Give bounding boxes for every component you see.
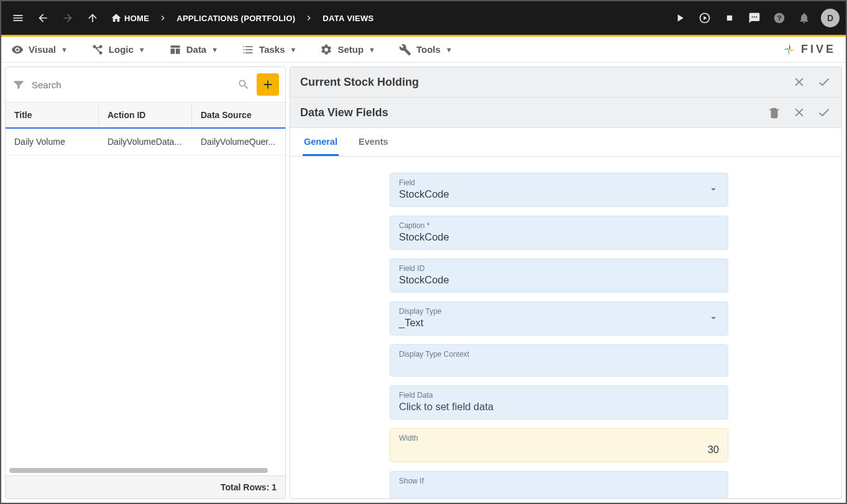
stop-icon[interactable] <box>719 7 740 29</box>
table-footer: Total Rows: 1 <box>6 475 285 498</box>
menu-visual[interactable]: Visual▼ <box>11 44 68 56</box>
tabs: General Events <box>290 128 841 157</box>
breadcrumb-dataviews[interactable]: DATA VIEWS <box>319 14 377 23</box>
field-fielddata[interactable]: Field Data Click to set field data <box>390 385 728 419</box>
menu-bar: Visual▼ Logic▼ Data▼ Tasks▼ Setup▼ Tools… <box>1 37 846 63</box>
svg-rect-1 <box>727 16 732 21</box>
help-icon[interactable]: ? <box>769 7 790 29</box>
menu-tasks[interactable]: Tasks▼ <box>242 44 296 56</box>
search-input[interactable] <box>32 80 231 90</box>
label-displaytype: Display Type <box>399 307 719 316</box>
cell-action-id: DailyVolumeData... <box>99 129 192 155</box>
field-caption[interactable]: Caption * StockCode <box>390 216 728 250</box>
table-row[interactable]: Daily Volume DailyVolumeData... DailyVol… <box>6 129 285 155</box>
value-fieldid: StockCode <box>399 274 719 286</box>
tab-events[interactable]: Events <box>357 128 390 156</box>
label-showif: Show If <box>399 477 719 485</box>
table-body: Daily Volume DailyVolumeData... DailyVol… <box>6 129 285 464</box>
horizontal-scrollbar[interactable] <box>9 467 282 475</box>
chevron-down-icon[interactable] <box>708 183 719 196</box>
svg-text:?: ? <box>777 14 781 22</box>
check-icon[interactable] <box>817 75 831 89</box>
up-icon[interactable] <box>82 7 103 29</box>
value-width: 30 <box>399 444 719 456</box>
left-panel: Title Action ID Data Source Daily Volume… <box>5 66 286 499</box>
tab-general[interactable]: General <box>303 128 339 156</box>
column-title[interactable]: Title <box>6 103 99 127</box>
sub-panel-header: Data View Fields <box>290 98 841 128</box>
chevron-right-icon <box>303 13 315 23</box>
right-panel: Current Stock Holding Data View Fields <box>290 66 842 499</box>
label-displaytype-context: Display Type Context <box>399 350 719 359</box>
value-caption: StockCode <box>399 231 719 243</box>
label-width: Width <box>399 434 719 442</box>
brand-logo: FIVE <box>781 42 836 58</box>
hamburger-icon[interactable] <box>7 7 29 29</box>
label-field: Field <box>399 178 719 187</box>
forward-icon <box>57 7 78 29</box>
delete-icon[interactable] <box>767 105 782 120</box>
column-data-source[interactable]: Data Source <box>192 103 285 127</box>
add-button[interactable] <box>257 73 279 96</box>
column-action-id[interactable]: Action ID <box>99 103 192 127</box>
cell-title: Daily Volume <box>6 129 99 155</box>
avatar[interactable]: D <box>821 9 840 27</box>
label-caption: Caption * <box>399 221 719 230</box>
value-field: StockCode <box>399 188 719 200</box>
field-showif[interactable]: Show If <box>390 471 728 498</box>
breadcrumb-home[interactable]: HOME <box>107 12 153 24</box>
menu-setup[interactable]: Setup▼ <box>320 44 375 56</box>
table-header: Title Action ID Data Source <box>6 103 285 129</box>
back-icon[interactable] <box>32 7 53 29</box>
filter-icon[interactable] <box>12 78 25 91</box>
menu-logic[interactable]: Logic▼ <box>91 44 145 56</box>
close-icon[interactable] <box>792 105 807 120</box>
field-fieldid[interactable]: Field ID StockCode <box>390 259 728 293</box>
close-icon[interactable] <box>792 75 807 89</box>
panel-header: Current Stock Holding <box>290 67 841 98</box>
value-displaytype: _Text <box>399 317 719 329</box>
value-fielddata: Click to set field data <box>399 401 719 413</box>
field-displaytype[interactable]: Display Type _Text <box>390 301 728 336</box>
chat-icon[interactable] <box>744 7 765 29</box>
sub-title: Data View Fields <box>300 106 388 119</box>
field-width[interactable]: Width 30 <box>390 428 728 462</box>
field-field[interactable]: Field StockCode <box>390 173 728 207</box>
menu-tools[interactable]: Tools▼ <box>399 44 452 56</box>
main-area: Title Action ID Data Source Daily Volume… <box>1 63 846 503</box>
label-fieldid: Field ID <box>399 264 719 273</box>
run-icon[interactable] <box>669 7 690 29</box>
form-area: Field StockCode Caption * StockCode Fiel… <box>290 157 841 498</box>
cell-data-source: DailyVolumeQuer... <box>192 129 285 155</box>
search-icon[interactable] <box>237 78 250 91</box>
menu-data[interactable]: Data▼ <box>169 44 218 56</box>
top-bar: HOME APPLICATIONS (PORTFOLIO) DATA VIEWS… <box>1 1 846 35</box>
chevron-right-icon <box>157 13 169 23</box>
chevron-down-icon[interactable] <box>708 312 719 325</box>
deploy-icon[interactable] <box>694 7 715 29</box>
field-displaytype-context[interactable]: Display Type Context <box>390 344 728 377</box>
bell-icon[interactable] <box>794 7 815 29</box>
label-fielddata: Field Data <box>399 391 719 400</box>
check-icon[interactable] <box>817 105 831 120</box>
page-title: Current Stock Holding <box>300 76 419 89</box>
breadcrumb-applications[interactable]: APPLICATIONS (PORTFOLIO) <box>173 14 299 23</box>
